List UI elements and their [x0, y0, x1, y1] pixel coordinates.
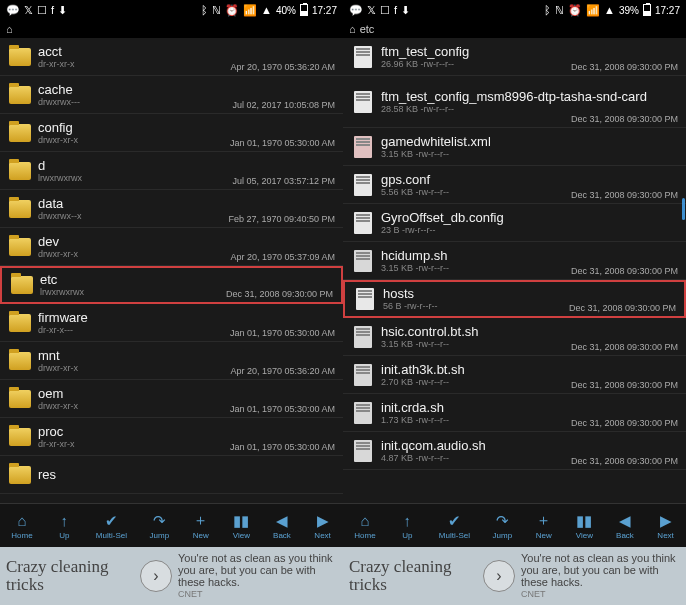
- file-name: hsic.control.bt.sh: [381, 324, 680, 339]
- file-name: oem: [38, 386, 337, 401]
- tool-label: Home: [11, 531, 32, 540]
- nfc-icon: ℕ: [212, 4, 221, 17]
- tool-home[interactable]: ⌂ Home: [11, 512, 32, 540]
- file-row[interactable]: hosts 56 B -rw-r--r-- Dec 31, 2008 09:30…: [343, 280, 686, 318]
- file-icon: [354, 402, 372, 424]
- file-row[interactable]: gps.conf 5.56 KB -rw-r--r-- Dec 31, 2008…: [343, 166, 686, 204]
- file-date: Dec 31, 2008 09:30:00 PM: [571, 342, 678, 352]
- file-icon: [354, 46, 372, 68]
- tool-back[interactable]: ◀ Back: [616, 512, 634, 540]
- tool-multi-sel[interactable]: ✔ Multi-Sel: [439, 512, 470, 540]
- file-icon: [354, 364, 372, 386]
- file-date: Dec 31, 2008 09:30:00 PM: [226, 289, 333, 299]
- file-row[interactable]: dev drwxr-xr-x Apr 20, 1970 05:37:09 AM: [0, 228, 343, 266]
- tool-new[interactable]: ＋ New: [535, 512, 553, 540]
- file-name: data: [38, 196, 337, 211]
- file-name: proc: [38, 424, 337, 439]
- file-row[interactable]: firmware dr-xr-x--- Jan 01, 1970 05:30:0…: [0, 304, 343, 342]
- view-icon: ▮▮: [575, 512, 593, 530]
- next-icon: ▶: [657, 512, 675, 530]
- file-name: res: [38, 467, 337, 482]
- signal-icon: ▲: [604, 4, 615, 16]
- file-name: init.qcom.audio.sh: [381, 438, 680, 453]
- back-icon: ◀: [616, 512, 634, 530]
- battery-percent: 39%: [619, 5, 639, 16]
- folder-icon: [11, 276, 33, 294]
- tool-label: Multi-Sel: [439, 531, 470, 540]
- toolbar: ⌂ Home ↑ Up ✔ Multi-Sel ↷ Jump ＋ New ▮▮ …: [343, 503, 686, 547]
- image-icon: ☐: [380, 4, 390, 17]
- file-name: hosts: [383, 286, 678, 301]
- file-row[interactable]: etc lrwxrwxrwx Dec 31, 2008 09:30:00 PM: [0, 266, 343, 304]
- file-row[interactable]: config drwxr-xr-x Jan 01, 1970 05:30:00 …: [0, 114, 343, 152]
- signal-icon: ▲: [261, 4, 272, 16]
- file-row[interactable]: acct dr-xr-xr-x Apr 20, 1970 05:36:20 AM: [0, 38, 343, 76]
- phone-left: 💬 𝕏 ☐ f ⬇ ᛒ ℕ ⏰ 📶 ▲ 40% 17:27 ⌂ acct dr-…: [0, 0, 343, 605]
- tool-label: View: [233, 531, 250, 540]
- tool-back[interactable]: ◀ Back: [273, 512, 291, 540]
- multi-sel-icon: ✔: [102, 512, 120, 530]
- view-icon: ▮▮: [232, 512, 250, 530]
- tool-label: Next: [657, 531, 673, 540]
- path-bar[interactable]: ⌂ etc: [343, 20, 686, 38]
- file-row[interactable]: gamedwhitelist.xml 3.15 KB -rw-r--r--: [343, 128, 686, 166]
- tool-up[interactable]: ↑ Up: [55, 512, 73, 540]
- folder-icon: [9, 48, 31, 66]
- tool-jump[interactable]: ↷ Jump: [150, 512, 170, 540]
- file-meta: 3.15 KB -rw-r--r--: [381, 149, 680, 160]
- file-row[interactable]: data drwxrwx--x Feb 27, 1970 09:40:50 PM: [0, 190, 343, 228]
- file-row[interactable]: init.ath3k.bt.sh 2.70 KB -rw-r--r-- Dec …: [343, 356, 686, 394]
- file-row[interactable]: ftm_test_config_msm8996-dtp-tasha-snd-ca…: [343, 76, 686, 128]
- tool-label: New: [193, 531, 209, 540]
- file-list[interactable]: ftm_test_config 26.96 KB -rw-r--r-- Dec …: [343, 38, 686, 503]
- file-date: Jan 01, 1970 05:30:00 AM: [230, 328, 335, 338]
- file-list[interactable]: acct dr-xr-xr-x Apr 20, 1970 05:36:20 AM…: [0, 38, 343, 503]
- file-row[interactable]: ftm_test_config 26.96 KB -rw-r--r-- Dec …: [343, 38, 686, 76]
- file-row[interactable]: init.crda.sh 1.73 KB -rw-r--r-- Dec 31, …: [343, 394, 686, 432]
- folder-icon: [9, 86, 31, 104]
- tool-next[interactable]: ▶ Next: [314, 512, 332, 540]
- ad-body: You're not as clean as you think you are…: [521, 552, 680, 588]
- scroll-indicator[interactable]: [682, 198, 685, 220]
- file-name: init.crda.sh: [381, 400, 680, 415]
- file-name: firmware: [38, 310, 337, 325]
- file-name: mnt: [38, 348, 337, 363]
- tool-home[interactable]: ⌂ Home: [354, 512, 375, 540]
- new-icon: ＋: [535, 512, 553, 530]
- file-row[interactable]: oem drwxr-xr-x Jan 01, 1970 05:30:00 AM: [0, 380, 343, 418]
- file-row[interactable]: res: [0, 456, 343, 494]
- file-row[interactable]: d lrwxrwxrwx Jul 05, 2017 03:57:12 PM: [0, 152, 343, 190]
- tool-view[interactable]: ▮▮ View: [575, 512, 593, 540]
- tool-new[interactable]: ＋ New: [192, 512, 210, 540]
- tool-label: New: [536, 531, 552, 540]
- ad-arrow-button[interactable]: ›: [483, 560, 515, 592]
- tool-up[interactable]: ↑ Up: [398, 512, 416, 540]
- wifi-icon: 📶: [243, 4, 257, 17]
- twitter-icon: 𝕏: [367, 4, 376, 17]
- tool-label: Up: [59, 531, 69, 540]
- tool-multi-sel[interactable]: ✔ Multi-Sel: [96, 512, 127, 540]
- jump-icon: ↷: [493, 512, 511, 530]
- facebook-icon: f: [51, 4, 54, 16]
- file-row[interactable]: mnt drwxr-xr-x Apr 20, 1970 05:36:20 AM: [0, 342, 343, 380]
- status-bar: 💬 𝕏 ☐ f ⬇ ᛒ ℕ ⏰ 📶 ▲ 40% 17:27: [0, 0, 343, 20]
- ad-banner[interactable]: Crazy cleaning tricks › You're not as cl…: [0, 547, 343, 605]
- tool-jump[interactable]: ↷ Jump: [493, 512, 513, 540]
- file-date: Apr 20, 1970 05:36:20 AM: [230, 62, 335, 72]
- path-bar[interactable]: ⌂: [0, 20, 343, 38]
- tool-next[interactable]: ▶ Next: [657, 512, 675, 540]
- file-row[interactable]: hsic.control.bt.sh 3.15 KB -rw-r--r-- De…: [343, 318, 686, 356]
- ad-arrow-button[interactable]: ›: [140, 560, 172, 592]
- file-row[interactable]: cache drwxrwx--- Jul 02, 2017 10:05:08 P…: [0, 76, 343, 114]
- file-date: Dec 31, 2008 09:30:00 PM: [571, 418, 678, 428]
- file-row[interactable]: init.qcom.audio.sh 4.87 KB -rw-r--r-- De…: [343, 432, 686, 470]
- file-row[interactable]: hcidump.sh 3.15 KB -rw-r--r-- Dec 31, 20…: [343, 242, 686, 280]
- file-row[interactable]: GyroOffset_db.config 23 B -rw-r--r--: [343, 204, 686, 242]
- tool-view[interactable]: ▮▮ View: [232, 512, 250, 540]
- file-date: Dec 31, 2008 09:30:00 PM: [571, 380, 678, 390]
- ad-banner[interactable]: Crazy cleaning tricks › You're not as cl…: [343, 547, 686, 605]
- file-row[interactable]: proc dr-xr-xr-x Jan 01, 1970 05:30:00 AM: [0, 418, 343, 456]
- tool-label: Jump: [150, 531, 170, 540]
- folder-icon: [9, 428, 31, 446]
- folder-icon: [9, 314, 31, 332]
